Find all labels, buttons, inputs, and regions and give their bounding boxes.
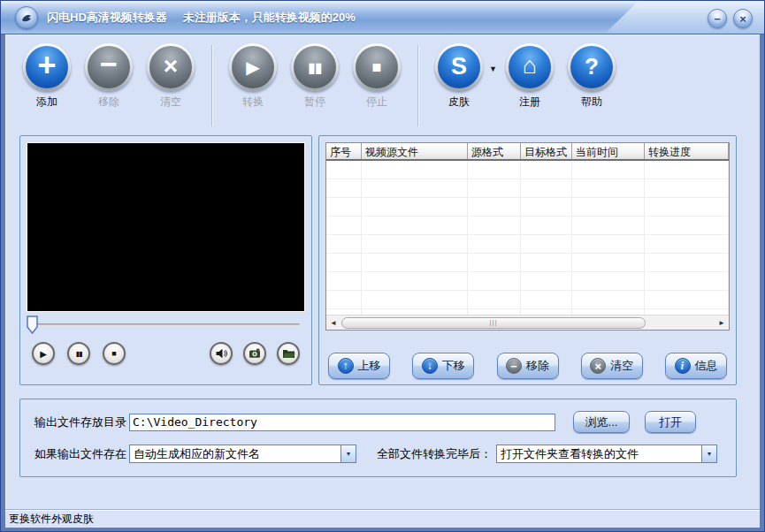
preview-play-button[interactable]: ▶ (32, 342, 55, 365)
after-dropdown-arrow-icon[interactable]: ▼ (701, 445, 716, 462)
table-cell (572, 198, 645, 216)
exists-dropdown[interactable]: 自动生成相应的新文件名 ▼ (129, 445, 356, 463)
table-cell (572, 254, 645, 271)
toolbar-button-face: × (149, 46, 192, 88)
clear-button[interactable]: ×清空 (581, 353, 643, 379)
table-cell (326, 198, 362, 216)
table-cell (326, 179, 362, 197)
seek-bar[interactable] (25, 314, 307, 337)
table-cell (326, 217, 362, 234)
output-dir-label: 输出文件存放目录： (34, 414, 129, 430)
table-cell (645, 272, 729, 290)
column-header[interactable]: 目标格式 (521, 143, 572, 159)
preview-snapshot-button[interactable] (243, 342, 266, 365)
table-cell (468, 198, 521, 216)
column-header[interactable]: 源格式 (468, 143, 521, 159)
toolbar-button-stop: ■停止 (348, 43, 406, 110)
remove-button[interactable]: −移除 (497, 353, 559, 379)
play-icon: ▶ (246, 57, 259, 78)
table-cell (362, 179, 468, 197)
toolbar-button-ring: ▶ (229, 43, 277, 91)
toolbar-button-remove: −移除 (80, 43, 138, 110)
column-header[interactable]: 序号 (326, 143, 362, 159)
move-up-button[interactable]: ↑上移 (328, 353, 390, 379)
toolbar-label: 停止 (366, 95, 387, 110)
remove-label: 移除 (526, 358, 549, 374)
scroll-left-arrow-icon[interactable]: ◄ (326, 319, 340, 327)
scrollbar-thumb[interactable]: ||| (341, 317, 646, 329)
table-cell (468, 254, 521, 271)
table-cell (468, 291, 521, 308)
close-icon: × (739, 12, 746, 26)
thumb-grip-icon: ||| (489, 319, 497, 326)
toolbar-button-face: S (438, 46, 480, 88)
table-cell (362, 161, 468, 179)
skin-dropdown-arrow-icon[interactable]: ▼ (489, 65, 497, 73)
minus-icon: − (100, 47, 118, 81)
toolbar-button-register[interactable]: ⌂注册 (501, 43, 559, 110)
toolbar-group-skin: S皮肤▼ (430, 43, 497, 110)
move-up-label: 上移 (358, 358, 381, 374)
preview-stop-button[interactable]: ■ (103, 342, 126, 365)
toolbar-button-ring: ⌂ (506, 43, 554, 91)
move-down-label: 下移 (442, 358, 465, 374)
table-row (326, 217, 729, 235)
table-cell (645, 179, 729, 197)
home-icon: ⌂ (523, 52, 537, 80)
cross-icon: × (164, 52, 178, 80)
table-cell (572, 217, 645, 234)
info-button[interactable]: i信息 (665, 353, 727, 379)
info-label: 信息 (695, 358, 718, 374)
close-button[interactable]: × (733, 9, 753, 28)
toolbar-button-face: ? (570, 46, 613, 88)
table-cell (326, 254, 362, 271)
output-dir-input[interactable] (129, 414, 555, 431)
toolbar-button-help[interactable]: ?帮助 (562, 43, 621, 110)
scroll-right-arrow-icon[interactable]: ► (715, 319, 729, 327)
table-cell (468, 217, 521, 234)
file-table: 序号视频源文件源格式目标格式当前时间转换进度 ◄ ||| ► (325, 142, 730, 331)
preview-volume-button[interactable] (210, 342, 233, 365)
table-cell (362, 198, 468, 216)
toolbar-button-face: − (88, 46, 130, 88)
table-row (326, 179, 729, 198)
horizontal-scrollbar[interactable]: ◄ ||| ► (326, 315, 729, 330)
table-cell (521, 254, 572, 271)
exists-dropdown-arrow-icon[interactable]: ▼ (340, 445, 356, 462)
preview-open-file-button[interactable] (277, 342, 300, 365)
output-panel: 输出文件存放目录： 浏览... 打开 如果输出文件存在： 自动生成相应的新文件名… (19, 399, 737, 477)
table-cell (645, 217, 729, 234)
window-title: 闪电HD高清视频转换器 (47, 10, 167, 26)
toolbar-button-ring: − (85, 43, 133, 91)
column-header[interactable]: 视频源文件 (362, 143, 468, 159)
after-dropdown[interactable]: 打开文件夹查看转换的文件 ▼ (496, 445, 717, 463)
table-cell (572, 179, 645, 197)
move-down-button[interactable]: ↓下移 (412, 353, 474, 379)
table-cell (645, 291, 729, 308)
stop-icon: ■ (372, 58, 382, 77)
table-row (326, 235, 729, 254)
table-cell (468, 161, 521, 179)
info-icon: i (675, 358, 691, 374)
toolbar-button-add[interactable]: +添加 (18, 43, 76, 110)
open-button[interactable]: 打开 (645, 411, 696, 433)
toolbar-label: 清空 (160, 95, 181, 110)
browse-button[interactable]: 浏览... (573, 411, 630, 433)
table-cell (572, 235, 645, 253)
pause-icon: ▮▮ (76, 350, 82, 358)
table-cell (521, 235, 572, 253)
table-row (326, 161, 729, 179)
seek-thumb[interactable] (27, 315, 38, 334)
minimize-button[interactable]: − (708, 9, 727, 28)
file-list-panel: 序号视频源文件源格式目标格式当前时间转换进度 ◄ ||| ► ↑上移↓下移−移除… (318, 135, 737, 385)
stop-icon: ■ (111, 349, 116, 358)
toolbar-label: 皮肤 (448, 95, 470, 110)
column-header[interactable]: 当前时间 (572, 143, 645, 159)
table-cell (572, 161, 645, 179)
title-text: 闪电HD高清视频转换器 未注册版本，只能转换视频的20% (47, 1, 356, 34)
preview-pause-button[interactable]: ▮▮ (67, 342, 90, 365)
column-header[interactable]: 转换进度 (645, 143, 729, 159)
toolbar-button-skin[interactable]: S皮肤 (430, 43, 488, 110)
app-icon[interactable] (15, 6, 38, 29)
table-cell (468, 272, 521, 290)
